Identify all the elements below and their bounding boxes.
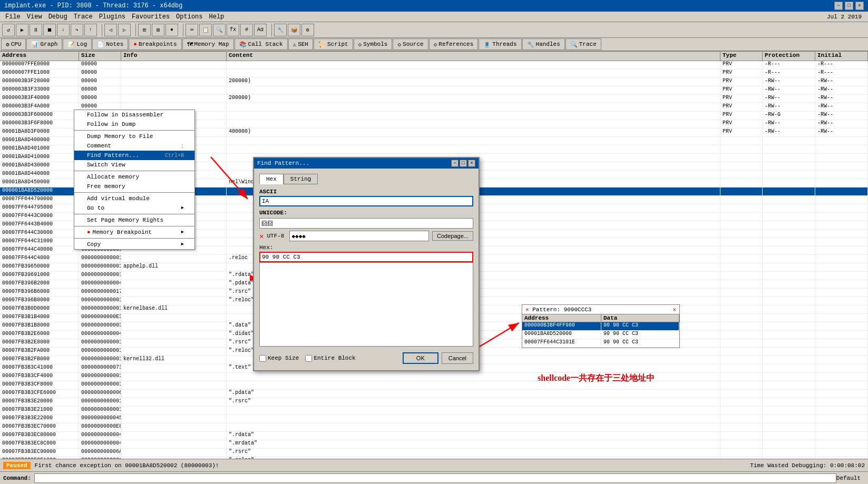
pr-result-row[interactable]: 000000B3BF4FF980 90 90 CC C3: [522, 322, 679, 331]
table-row[interactable]: 00007FB3B3E22000 0000000000045000: [0, 415, 868, 423]
tb-asm[interactable]: ⊞: [138, 24, 151, 36]
fp-text-area[interactable]: [259, 262, 473, 347]
ctx-free[interactable]: Free memory: [74, 182, 194, 191]
ctx-copy[interactable]: Copy ►: [74, 240, 194, 249]
tb-extra2[interactable]: 📦: [288, 24, 300, 36]
tab-source[interactable]: ◇ Source: [393, 38, 428, 50]
fp-keep-size-label[interactable]: Keep Size: [259, 355, 299, 362]
tb-run[interactable]: ▶: [16, 24, 28, 36]
tab-breakpoints[interactable]: ● Breakpoints: [129, 38, 181, 50]
ctx-page-rights[interactable]: Set Page Memory Rights: [74, 215, 194, 225]
tab-script[interactable]: 📜 Script: [314, 38, 353, 50]
seh-icon: ⚠: [293, 41, 297, 48]
command-input[interactable]: [34, 473, 836, 483]
fp-codepage-btn[interactable]: Codepage...: [432, 231, 473, 241]
ctx-allocate[interactable]: Allocate memory: [74, 172, 194, 182]
pr-result-row[interactable]: 00001BA8D520000 90 90 CC C3: [522, 331, 679, 339]
menu-options[interactable]: Options: [173, 12, 206, 22]
ctx-comment[interactable]: Comment ;: [74, 141, 194, 151]
fp-cancel-button[interactable]: Cancel: [442, 352, 473, 364]
table-row[interactable]: 0000003B3F40000 00000 200000) PRV -RW-- …: [0, 95, 868, 103]
minimize-button[interactable]: −: [834, 2, 843, 10]
tab-memory-map[interactable]: 🗺 Memory Map: [182, 38, 234, 50]
menu-plugins[interactable]: Plugins: [96, 12, 129, 22]
fp-tab-hex[interactable]: Hex: [259, 174, 284, 184]
table-row[interactable]: 00007FB3B3CF8000 0000000000001000: [0, 381, 868, 390]
fp-maximize[interactable]: □: [460, 160, 467, 167]
tb-patch[interactable]: ⊠: [152, 24, 164, 36]
table-row[interactable]: 00007FB3B3EC70000 00000000000E8000: [0, 423, 868, 432]
tb-fx[interactable]: fx: [227, 24, 239, 36]
ctx-goto[interactable]: Go to ►: [74, 203, 194, 213]
table-row[interactable]: 00007FB3B3EC80000 0000000000004000 ".rda…: [0, 432, 868, 440]
tab-call-stack[interactable]: 📚 Call Stack: [235, 38, 288, 50]
tb-bp[interactable]: ●: [165, 24, 178, 36]
ctx-switch-view[interactable]: Switch View: [74, 160, 194, 170]
tb-pause[interactable]: ⏸: [30, 24, 42, 36]
ctx-mem-bp[interactable]: ● Memory Breakpoint ►: [74, 228, 194, 237]
table-row[interactable]: 0000003B3F33000 00000 PRV -RW-- -RW--: [0, 86, 868, 95]
tb-step-out[interactable]: ↑: [84, 24, 97, 36]
cell-size: 00000000000E8000: [79, 423, 121, 431]
tab-seh[interactable]: ⚠ SEH: [288, 38, 313, 50]
table-row[interactable]: 00007FB3B3EC8C000 0000000000004000 ".mrd…: [0, 440, 868, 449]
tb-step-into[interactable]: ↓: [57, 24, 70, 36]
table-row[interactable]: 00007FB3B3E21000 0000000000001000: [0, 407, 868, 415]
tb-back[interactable]: ◁: [104, 24, 117, 36]
fp-unicode-input[interactable]: [259, 218, 473, 229]
tab-handles[interactable]: 🔧 Handles: [522, 38, 565, 50]
table-row[interactable]: 00007FB3B3E20000 0000000000001000 ".rsrc…: [0, 398, 868, 407]
close-button[interactable]: ×: [855, 2, 864, 10]
fp-ascii-input[interactable]: [259, 196, 473, 206]
maximize-button[interactable]: □: [845, 2, 853, 10]
fp-tab-string[interactable]: String: [284, 174, 318, 184]
tab-threads[interactable]: 🧵 Threads: [479, 38, 521, 50]
fp-utf8-input[interactable]: [289, 231, 429, 241]
tb-restart[interactable]: ↺: [2, 24, 15, 36]
tab-symbols[interactable]: ◇ Symbols: [354, 38, 393, 50]
table-row[interactable]: 00007FB3B3CFE6000 0000000000006000 ".pda…: [0, 390, 868, 398]
tab-notes[interactable]: 📄 Notes: [92, 38, 128, 50]
menu-file[interactable]: File: [2, 12, 24, 22]
menu-debug[interactable]: Debug: [45, 12, 71, 22]
table-row[interactable]: 00000007FFE1000 00000 PRV -R--- -R---: [0, 70, 868, 78]
tb-stop[interactable]: ⏹: [43, 24, 56, 36]
menu-favourites[interactable]: Favourites: [129, 12, 173, 22]
ctx-follow-dump[interactable]: Follow in Dump: [74, 120, 194, 129]
tb-extra1[interactable]: 🔧: [274, 24, 287, 36]
pr-close-btn[interactable]: ✕: [672, 306, 676, 313]
tb-find[interactable]: 🔍: [213, 24, 226, 36]
menu-help[interactable]: Help: [206, 12, 228, 22]
tb-aa[interactable]: Aα: [254, 24, 267, 36]
table-row[interactable]: 00007FB3B3EC90000 000000000006A000 ".rsr…: [0, 449, 868, 457]
fp-entire-block-checkbox[interactable]: [305, 355, 312, 362]
pr-result-row[interactable]: 00007FF644C3101E 90 90 CC C3: [522, 339, 679, 348]
tab-cpu[interactable]: ⚙ CPU: [1, 38, 26, 50]
tb-hash[interactable]: #: [240, 24, 253, 36]
table-row[interactable]: 00000007FFE0000 00000 PRV -R--- -R---: [0, 61, 868, 70]
menu-view[interactable]: View: [24, 12, 45, 22]
ctx-dump-memory[interactable]: Dump Memory to File: [74, 132, 194, 141]
menu-trace[interactable]: Trace: [71, 12, 96, 22]
fp-ok-button[interactable]: OK: [403, 352, 438, 364]
tb-step-over[interactable]: ↷: [71, 24, 83, 36]
ctx-find-pattern[interactable]: Find Pattern... Ctrl+B: [74, 151, 194, 160]
ctx-follow-disasm[interactable]: Follow in Disassembler: [74, 110, 194, 120]
ctx-add-module[interactable]: Add virtual module: [74, 194, 194, 203]
fp-keep-size-checkbox[interactable]: [259, 355, 266, 362]
cell-info: [121, 86, 227, 94]
fp-close[interactable]: ×: [468, 160, 475, 167]
tb-forward[interactable]: ▷: [118, 24, 131, 36]
tab-trace[interactable]: 🔍 Trace: [565, 38, 601, 50]
fp-hex-input[interactable]: [259, 252, 473, 262]
table-row[interactable]: 00007FB3B3CF4000 0000000000001000: [0, 373, 868, 381]
fp-entire-block-label[interactable]: Entire Block: [305, 355, 355, 362]
tb-log[interactable]: 📋: [199, 24, 212, 36]
tb-cmd[interactable]: ⌨: [186, 24, 198, 36]
tab-references[interactable]: ◇ References: [429, 38, 479, 50]
fp-minimize[interactable]: −: [451, 160, 459, 167]
tb-extra3[interactable]: ⚙: [301, 24, 314, 36]
table-row[interactable]: 0000003B3F28000 00000 200000) PRV -RW-- …: [0, 78, 868, 86]
tab-graph[interactable]: 📊 Graph: [26, 38, 62, 50]
tab-log[interactable]: 📝 Log: [63, 38, 92, 50]
